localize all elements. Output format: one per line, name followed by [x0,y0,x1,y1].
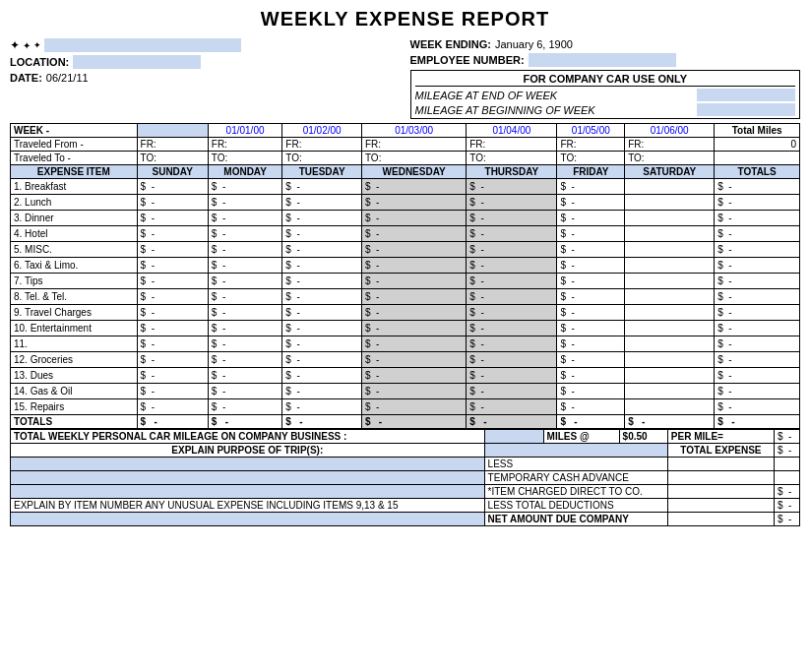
expense-day-3-row-3[interactable]: $ - [361,226,466,242]
expense-day-2-row-0[interactable]: $ - [282,179,362,195]
expense-day-2-row-4[interactable]: $ - [282,242,362,258]
expense-day-5-row-6[interactable]: $ - [557,274,625,289]
expense-day-5-row-0[interactable]: $ - [557,179,625,195]
expense-day-0-row-11[interactable]: $ - [137,352,208,368]
expense-day-3-row-11[interactable]: $ - [361,352,466,368]
expense-total-row-9[interactable]: $ - [715,321,800,336]
expense-day-5-row-4[interactable]: $ - [557,242,625,258]
expense-day-3-row-0[interactable]: $ - [361,179,466,195]
expense-day-1-row-12[interactable]: $ - [208,368,282,384]
expense-day-1-row-3[interactable]: $ - [208,226,282,242]
expense-day-1-row-5[interactable]: $ - [208,258,282,274]
expense-day-3-row-8[interactable]: $ - [361,305,466,321]
expense-day-6-row-11[interactable] [625,352,715,368]
expense-day-0-row-0[interactable]: $ - [137,179,208,195]
expense-day-6-row-6[interactable] [625,274,715,289]
expense-day-6-row-4[interactable] [625,242,715,258]
expense-day-4-row-3[interactable]: $ - [467,226,557,242]
expense-day-6-row-10[interactable] [625,336,715,352]
expense-day-2-row-6[interactable]: $ - [282,274,362,289]
expense-day-5-row-10[interactable]: $ - [557,336,625,352]
expense-day-0-row-13[interactable]: $ - [137,384,208,399]
expense-day-5-row-11[interactable]: $ - [557,352,625,368]
expense-day-4-row-9[interactable]: $ - [467,321,557,336]
expense-day-4-row-14[interactable]: $ - [467,399,557,415]
expense-total-row-14[interactable]: $ - [715,399,800,415]
expense-day-4-row-8[interactable]: $ - [467,305,557,321]
expense-day-0-row-5[interactable]: $ - [137,258,208,274]
expense-day-4-row-4[interactable]: $ - [467,242,557,258]
expense-day-5-row-9[interactable]: $ - [557,321,625,336]
expense-day-4-row-7[interactable]: $ - [467,289,557,305]
expense-day-2-row-13[interactable]: $ - [282,384,362,399]
expense-day-0-row-1[interactable]: $ - [137,195,208,211]
expense-day-0-row-7[interactable]: $ - [137,289,208,305]
expense-day-5-row-1[interactable]: $ - [557,195,625,211]
mileage-input[interactable] [484,430,543,444]
expense-day-6-row-8[interactable] [625,305,715,321]
expense-day-1-row-8[interactable]: $ - [208,305,282,321]
expense-total-row-8[interactable]: $ - [715,305,800,321]
expense-day-0-row-14[interactable]: $ - [137,399,208,415]
expense-day-6-row-1[interactable] [625,195,715,211]
mileage-end-input[interactable] [697,89,795,101]
expense-day-3-row-1[interactable]: $ - [361,195,466,211]
expense-day-3-row-4[interactable]: $ - [361,242,466,258]
expense-day-1-row-1[interactable]: $ - [208,195,282,211]
expense-day-3-row-13[interactable]: $ - [361,384,466,399]
expense-day-6-row-14[interactable] [625,399,715,415]
expense-day-4-row-13[interactable]: $ - [467,384,557,399]
expense-day-2-row-8[interactable]: $ - [282,305,362,321]
expense-day-0-row-4[interactable]: $ - [137,242,208,258]
expense-day-5-row-14[interactable]: $ - [557,399,625,415]
expense-day-3-row-9[interactable]: $ - [361,321,466,336]
expense-day-4-row-10[interactable]: $ - [467,336,557,352]
expense-day-3-row-14[interactable]: $ - [361,399,466,415]
expense-total-row-12[interactable]: $ - [715,368,800,384]
employee-number-input[interactable] [529,53,676,67]
expense-day-1-row-6[interactable]: $ - [208,274,282,289]
mileage-begin-input[interactable] [697,103,795,116]
expense-day-0-row-2[interactable]: $ - [137,211,208,226]
expense-day-1-row-9[interactable]: $ - [208,321,282,336]
location-input[interactable] [73,55,201,69]
name-input[interactable] [44,38,241,52]
expense-day-6-row-9[interactable] [625,321,715,336]
expense-total-row-7[interactable]: $ - [715,289,800,305]
expense-day-6-row-3[interactable] [625,226,715,242]
expense-total-row-10[interactable]: $ - [715,336,800,352]
expense-day-0-row-3[interactable]: $ - [137,226,208,242]
expense-day-4-row-2[interactable]: $ - [467,211,557,226]
expense-day-2-row-5[interactable]: $ - [282,258,362,274]
expense-day-4-row-12[interactable]: $ - [467,368,557,384]
expense-day-0-row-6[interactable]: $ - [137,274,208,289]
expense-day-3-row-12[interactable]: $ - [361,368,466,384]
explain-input3[interactable] [11,485,485,499]
expense-day-3-row-2[interactable]: $ - [361,211,466,226]
expense-day-5-row-5[interactable]: $ - [557,258,625,274]
expense-day-3-row-7[interactable]: $ - [361,289,466,305]
expense-day-6-row-2[interactable] [625,211,715,226]
explain-input1[interactable] [11,458,485,471]
expense-day-3-row-5[interactable]: $ - [361,258,466,274]
expense-total-row-13[interactable]: $ - [715,384,800,399]
expense-day-2-row-1[interactable]: $ - [282,195,362,211]
expense-day-2-row-11[interactable]: $ - [282,352,362,368]
expense-day-1-row-4[interactable]: $ - [208,242,282,258]
expense-total-row-6[interactable]: $ - [715,274,800,289]
expense-day-2-row-12[interactable]: $ - [282,368,362,384]
expense-day-0-row-10[interactable]: $ - [137,336,208,352]
expense-day-4-row-11[interactable]: $ - [467,352,557,368]
expense-day-1-row-10[interactable]: $ - [208,336,282,352]
expense-day-6-row-13[interactable] [625,384,715,399]
expense-day-1-row-0[interactable]: $ - [208,179,282,195]
expense-total-row-2[interactable]: $ - [715,211,800,226]
expense-total-row-0[interactable]: $ - [715,179,800,195]
week-day0-input[interactable] [137,124,208,138]
expense-day-5-row-12[interactable]: $ - [557,368,625,384]
expense-day-6-row-5[interactable] [625,258,715,274]
expense-day-4-row-5[interactable]: $ - [467,258,557,274]
expense-day-5-row-7[interactable]: $ - [557,289,625,305]
expense-day-1-row-13[interactable]: $ - [208,384,282,399]
explain-input2[interactable] [11,471,485,485]
